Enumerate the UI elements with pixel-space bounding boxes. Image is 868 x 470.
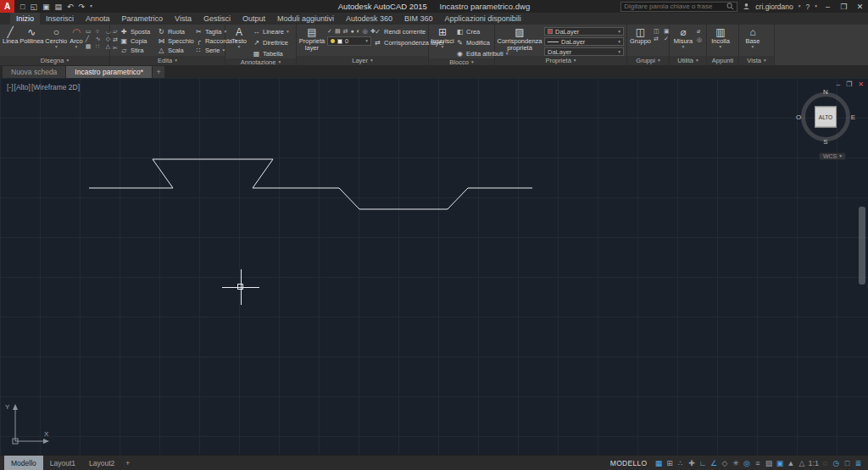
layout-tab-layout2[interactable]: Layout2 [82, 456, 121, 470]
isolate-objects-icon[interactable]: ◌ [820, 459, 831, 467]
new-drawing-tab-button[interactable]: + [153, 66, 164, 78]
paste-button[interactable]: ▥ Incolla ▾ [709, 26, 732, 56]
point-id-icon[interactable]: ◎ [697, 36, 702, 43]
group-toggle-icon[interactable]: ⇄ [654, 36, 661, 42]
model-space-label[interactable]: MODELLO [610, 459, 648, 467]
measure-button[interactable]: ⌀ Misura ▾ [672, 26, 694, 56]
point-tool-icon[interactable]: ∷ [96, 43, 103, 50]
linetype-dropdown[interactable]: DaLayer ▾ [544, 37, 624, 46]
polyline-button[interactable]: ∿ Polilinea [20, 26, 42, 56]
undo-button[interactable]: ↶ [67, 3, 74, 11]
text-button[interactable]: A Testo ▾ [228, 26, 250, 58]
mirror-button[interactable]: ⋈ Specchio [158, 36, 193, 46]
joint-profile-polyline[interactable] [89, 159, 532, 209]
viewcube-south-label[interactable]: S [823, 138, 827, 146]
new-file-button[interactable]: □ [20, 3, 25, 11]
line-tool-icon[interactable]: ╱ [86, 36, 93, 42]
viewport-close-button[interactable]: ✕ [858, 80, 864, 88]
viewcube-north-label[interactable]: N [823, 88, 828, 96]
ribbon-tab-gestisci[interactable]: Gestisci [198, 13, 236, 25]
trim-tool-icon[interactable]: ✂ [113, 45, 118, 52]
ribbon-tab-inserisci[interactable]: Inserisci [40, 13, 80, 25]
annotation-visibility-icon[interactable]: ▲ [785, 459, 796, 467]
plot-button[interactable]: ▤ [54, 3, 62, 11]
table-button[interactable]: ▦ Tabella [253, 49, 289, 58]
move-button[interactable]: ✚ Sposta [120, 27, 156, 36]
ribbon-tab-parametrico[interactable]: Parametrico [116, 13, 170, 25]
ribbon-tab-bim-360[interactable]: BIM 360 [398, 13, 439, 25]
ribbon-tab-applicazioni-disponibili[interactable]: Applicazioni disponibili [439, 13, 527, 25]
autoscale-icon[interactable]: △ [796, 459, 807, 467]
viewport-minimize-button[interactable]: – [837, 80, 840, 88]
group-button[interactable]: ◫ Gruppo [630, 26, 651, 56]
object-snap-tracking-icon[interactable]: ✳ [730, 459, 741, 467]
viewport-restore-button[interactable]: ❐ [846, 80, 852, 88]
panel-layer-footer[interactable]: Layer ▾ [297, 56, 428, 65]
viewport-menu-control[interactable]: [-] [7, 83, 14, 91]
insert-block-button[interactable]: ⊞ Inserisci ▾ [431, 26, 453, 58]
layer-properties-button[interactable]: ▤ Proprietà layer [299, 26, 325, 56]
match-properties-button[interactable]: ▨ Corrispondenza proprietà [498, 26, 542, 56]
panel-edita-footer[interactable]: Edita ▾ [110, 56, 225, 65]
snap-mode-icon[interactable]: ⊞ [664, 459, 675, 467]
layout-tab-modello[interactable]: Modello [4, 456, 43, 470]
offset-tool-icon[interactable]: ⇄ [113, 36, 118, 43]
search-input[interactable] [624, 3, 724, 10]
spline-tool-icon[interactable]: ∿ [96, 36, 103, 42]
ribbon-tab-inizio[interactable]: Inizio [10, 13, 40, 25]
stretch-tool-icon[interactable]: ▱ [113, 28, 118, 35]
open-file-button[interactable]: ◱ [30, 3, 37, 11]
panel-gruppi-footer[interactable]: Gruppi ▾ [627, 56, 669, 65]
close-button[interactable]: ✕ [854, 3, 865, 11]
layer-freeze-icon[interactable]: ◐ [357, 28, 360, 34]
customization-icon[interactable]: ≣ [853, 459, 864, 467]
stretch-button[interactable]: ▱ Stira [120, 46, 156, 55]
viewcube[interactable]: N S O E ALTO [798, 90, 853, 144]
panel-utilita-footer[interactable]: Utilità ▾ [670, 56, 706, 65]
signin-button[interactable]: cri.giordano [755, 3, 793, 11]
redo-button[interactable]: ↷ [79, 3, 86, 11]
viewcube-east-label[interactable]: E [851, 113, 855, 121]
ortho-mode-icon[interactable]: ∟ [697, 459, 708, 467]
wcs-dropdown[interactable]: WCS ▾ [819, 152, 846, 160]
color-dropdown[interactable]: DaLayer ▾ [544, 27, 624, 36]
panel-proprieta-footer[interactable]: Proprietà ▾ [495, 56, 626, 65]
grid-icon[interactable]: ▦ [653, 459, 664, 467]
arc-button[interactable]: ◠ Arco ▾ [70, 26, 82, 56]
file-tab-incastro-parametrico[interactable]: Incastro parametrico* [66, 66, 152, 78]
quick-access-dropdown-icon[interactable]: ▾ [90, 4, 92, 8]
copy-button[interactable]: ▣ Copia [120, 36, 156, 46]
infer-constraints-icon[interactable]: ∴ [675, 459, 686, 467]
drawing-canvas[interactable]: [-][Alto][Wireframe 2D] – ❐ ✕ N S O E AL… [0, 78, 868, 455]
rotate-button[interactable]: ↻ Ruota [158, 27, 193, 36]
annotation-scale-icon[interactable]: 1:1 [807, 459, 820, 467]
clean-screen-icon[interactable]: □ [842, 459, 853, 467]
new-layout-button[interactable]: + [121, 456, 134, 470]
app-menu-button[interactable]: A [0, 0, 14, 13]
isometric-drafting-icon[interactable]: ◇ [719, 459, 730, 467]
circle-button[interactable]: ○ Cerchio ▾ [45, 26, 67, 56]
view-control[interactable]: [Alto] [14, 83, 31, 91]
object-snap-icon[interactable]: ◎ [741, 459, 752, 467]
circle-tool-icon[interactable]: ○ [96, 28, 103, 35]
quick-calc-icon[interactable]: ⌀ [697, 28, 702, 35]
ribbon-tab-vista[interactable]: Vista [169, 13, 198, 25]
lineweight-dropdown[interactable]: DaLayer ▾ [544, 47, 624, 56]
ribbon-tab-autodesk-360[interactable]: Autodesk 360 [340, 13, 398, 25]
panel-appunti-footer[interactable]: Appunti [707, 56, 738, 65]
line-button[interactable]: ╱ Linea [3, 26, 18, 56]
ribbon-tab-output[interactable]: Output [236, 13, 271, 25]
lineweight-icon[interactable]: ≡ [752, 459, 763, 467]
rectangle-tool-icon[interactable]: ▭ [86, 28, 93, 35]
file-tab-nuova-scheda[interactable]: Nuova scheda [3, 66, 65, 78]
layout-tab-layout1[interactable]: Layout1 [43, 456, 82, 470]
linear-dimension-button[interactable]: ↔ Lineare ▾ [253, 27, 289, 36]
restore-button[interactable]: ❐ [838, 3, 849, 11]
ribbon-tab-moduli-aggiuntivi[interactable]: Moduli aggiuntivi [271, 13, 340, 25]
layer-dropdown[interactable]: 0 ▾ [327, 36, 371, 46]
polar-tracking-icon[interactable]: ∠ [708, 459, 719, 467]
hatch-tool-icon[interactable]: ▦ [86, 43, 93, 50]
layer-state-icon[interactable]: ✓ [327, 28, 332, 35]
help-button[interactable]: ? [806, 3, 810, 11]
transparency-icon[interactable]: ▨ [763, 459, 774, 467]
